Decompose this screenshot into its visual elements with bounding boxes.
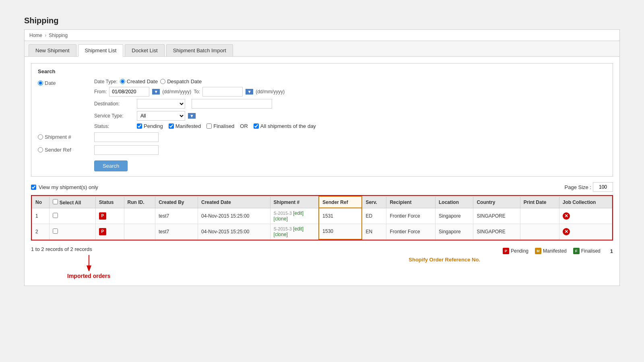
col-select-all[interactable]: Select All bbox=[50, 196, 95, 208]
search-button-row: Search bbox=[38, 158, 606, 171]
cell-created-by: test7 bbox=[155, 224, 198, 239]
page-size-input[interactable] bbox=[593, 182, 613, 192]
table-row: 2 P test7 04-Nov-2015 15:25:00 S-2015-3 … bbox=[32, 224, 612, 239]
cell-checkbox[interactable] bbox=[50, 224, 95, 239]
status-all-day-checkbox[interactable] bbox=[254, 123, 259, 129]
sender-ref-row: Sender Ref bbox=[38, 145, 606, 155]
cell-serv: EN bbox=[362, 224, 386, 239]
table-row: 1 P test7 04-Nov-2015 15:25:00 S-2015-3 … bbox=[32, 208, 612, 224]
view-my-shipments-checkbox[interactable] bbox=[31, 185, 36, 190]
from-date-dropdown[interactable]: ▼ bbox=[152, 89, 160, 95]
radio-created-date[interactable] bbox=[120, 79, 125, 84]
cell-country: SINGAPORE bbox=[473, 208, 520, 224]
cell-sender-ref: 1531 bbox=[319, 208, 362, 224]
tab-shipment-list[interactable]: Shipment List bbox=[78, 44, 124, 57]
cell-created-by: test7 bbox=[155, 208, 198, 224]
tab-docket-list[interactable]: Docket List bbox=[125, 44, 164, 56]
to-date-input[interactable] bbox=[202, 87, 243, 97]
search-title: Search bbox=[38, 68, 606, 74]
from-date-input[interactable] bbox=[109, 87, 149, 97]
delete-button[interactable]: ✕ bbox=[563, 212, 570, 220]
delete-button[interactable]: ✕ bbox=[563, 228, 570, 235]
shipments-table: No Select All Status Run ID. Created By … bbox=[32, 196, 612, 240]
row-checkbox[interactable] bbox=[53, 213, 58, 218]
view-options-row: View my shipment(s) only Page Size : bbox=[31, 182, 613, 192]
service-type-select[interactable]: All bbox=[137, 111, 185, 121]
sender-ref-input[interactable] bbox=[94, 145, 159, 155]
row-checkbox[interactable] bbox=[53, 228, 58, 234]
radio-sender-ref[interactable] bbox=[38, 147, 43, 152]
cell-no: 2 bbox=[32, 224, 50, 239]
cell-status: P bbox=[95, 208, 124, 224]
breadcrumb-shipping: Shipping bbox=[49, 33, 68, 38]
tab-new-shipment[interactable]: New Shipment bbox=[29, 44, 76, 56]
shopify-ref-label: Shopify Order Reference No. bbox=[409, 257, 480, 263]
cell-recipient: Frontier Force bbox=[386, 208, 436, 224]
service-type-dropdown-indicator: ▼ bbox=[188, 113, 196, 119]
col-print-date: Print Date bbox=[520, 196, 559, 208]
breadcrumb-sep: › bbox=[45, 32, 46, 38]
clone-link[interactable]: [clone] bbox=[274, 216, 288, 222]
cell-sender-ref: 1530 bbox=[319, 224, 362, 239]
table-header-row: No Select All Status Run ID. Created By … bbox=[32, 196, 612, 208]
cell-recipient: Frontier Force bbox=[386, 224, 436, 239]
main-container: New Shipment Shipment List Docket List S… bbox=[24, 41, 620, 286]
edit-link[interactable]: [edit] bbox=[293, 226, 303, 232]
radio-shipment-num[interactable] bbox=[38, 134, 43, 140]
service-type-row: Service Type: All ▼ bbox=[94, 111, 316, 121]
destination-select[interactable] bbox=[137, 99, 185, 109]
destination-text-input[interactable] bbox=[192, 99, 272, 109]
tab-shipment-batch-import[interactable]: Shipment Batch Import bbox=[166, 44, 233, 56]
cell-serv: ED bbox=[362, 208, 386, 224]
legend-pending-icon: P bbox=[503, 248, 509, 254]
col-created-date: Created Date bbox=[198, 196, 270, 208]
col-location: Location bbox=[435, 196, 473, 208]
annotations-container: Imported orders Shopify Order Reference … bbox=[31, 255, 613, 279]
cell-country: SINGAPORE bbox=[473, 224, 520, 239]
cell-print-date bbox=[520, 208, 559, 224]
select-all-checkbox[interactable] bbox=[53, 199, 58, 204]
clone-link[interactable]: [clone] bbox=[274, 232, 288, 237]
search-box: Search Date Date Type: bbox=[31, 63, 613, 177]
cell-job-collection: ✕ bbox=[559, 224, 612, 239]
legend-manifested-icon: M bbox=[535, 248, 541, 254]
cell-checkbox[interactable] bbox=[50, 208, 95, 224]
shipment-num-row: Shipment # bbox=[38, 132, 606, 142]
annotation-left: Imported orders bbox=[35, 255, 110, 279]
col-serv: Serv. bbox=[362, 196, 386, 208]
col-run-id: Run ID. bbox=[124, 196, 155, 208]
shipment-num-input[interactable] bbox=[94, 132, 159, 142]
records-text: 1 to 2 records of 2 records bbox=[31, 246, 92, 252]
status-row: Status: Pending Manifested bbox=[94, 123, 316, 129]
edit-link[interactable]: [edit] bbox=[293, 210, 303, 216]
content-area: Search Date Date Type: bbox=[25, 57, 619, 286]
col-status: Status bbox=[95, 196, 124, 208]
cell-status: P bbox=[95, 224, 124, 239]
search-row-date: Date Date Type: Created Date bbox=[38, 78, 606, 129]
legend-manifested: M Manifested bbox=[535, 248, 567, 254]
search-button[interactable]: Search bbox=[94, 160, 128, 171]
status-pending-checkbox[interactable] bbox=[137, 123, 142, 129]
cell-shipment-num: S-2015-3 [edit] [clone] bbox=[270, 224, 319, 239]
col-job-collection: Job Collection bbox=[559, 196, 612, 208]
to-date-dropdown[interactable]: ▼ bbox=[246, 89, 253, 95]
cell-location: Singapore bbox=[435, 224, 473, 239]
cell-job-collection: ✕ bbox=[559, 208, 612, 224]
cell-run-id bbox=[124, 224, 155, 239]
status-finalised-checkbox[interactable] bbox=[206, 123, 212, 129]
tab-bar: New Shipment Shipment List Docket List S… bbox=[25, 41, 619, 57]
page-title: Shipping bbox=[24, 16, 620, 25]
radio-despatch-date[interactable] bbox=[160, 79, 165, 84]
legend-finalised-icon: F bbox=[573, 248, 580, 254]
cell-shipment-num: S-2015-3 [edit] [clone] bbox=[270, 208, 319, 224]
status-manifested-checkbox[interactable] bbox=[169, 123, 174, 129]
col-recipient: Recipient bbox=[386, 196, 436, 208]
legend-finalised: F Finalised bbox=[573, 248, 601, 254]
breadcrumb-home[interactable]: Home bbox=[29, 33, 42, 38]
col-no: No bbox=[32, 196, 50, 208]
arrow-down-icon bbox=[85, 255, 93, 271]
radio-date[interactable] bbox=[38, 80, 43, 86]
imported-orders-label: Imported orders bbox=[67, 271, 110, 279]
date-range-row: From: ▼ (dd/mm/yyyy) To: ▼ (dd/mm/yyyy) bbox=[94, 87, 316, 97]
col-sender-ref: Sender Ref bbox=[319, 196, 362, 208]
